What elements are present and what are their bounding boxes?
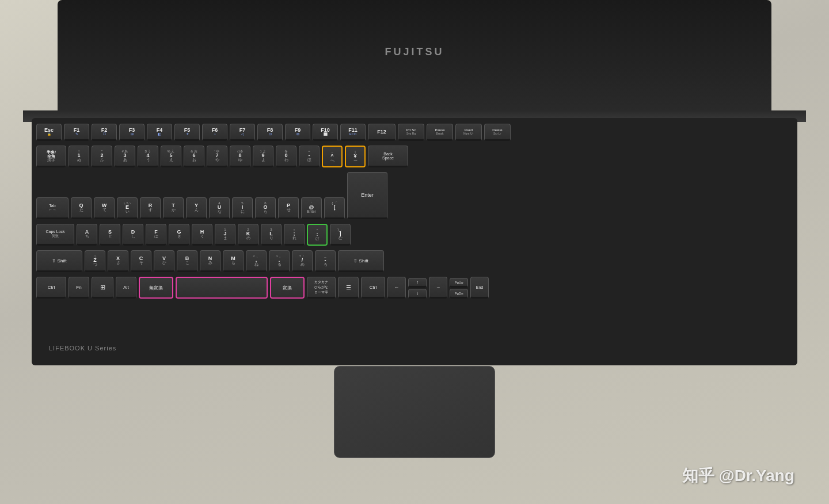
key-6[interactable]: & お 6 お [184, 146, 204, 167]
key-f4[interactable]: F4 ◧ [147, 124, 172, 141]
key-pause[interactable]: Pause Break [427, 124, 453, 141]
key-b[interactable]: B こ [177, 250, 197, 272]
key-ctrl-left[interactable]: Ctrl [36, 277, 66, 299]
key-f[interactable]: F は [146, 224, 166, 246]
key-9[interactable]: ) よ 9 よ [253, 146, 273, 167]
key-c[interactable]: C そ [131, 250, 151, 272]
key-shift-right[interactable]: ⇧ Shift [338, 250, 384, 272]
key-windows[interactable]: ⊞ [92, 277, 113, 299]
key-backspace[interactable]: Back Space [368, 146, 408, 167]
key-hankaku[interactable]: 半角/ 全角 漢字 [36, 146, 66, 167]
key-slash[interactable]: ? ・ / め [292, 250, 313, 272]
watermark: 知乎 @Dr.Yang [682, 465, 794, 487]
key-space[interactable] [176, 277, 268, 299]
key-lbracket[interactable]: { 「 [ ° [324, 197, 345, 219]
key-o[interactable]: 6 O ら [255, 197, 276, 219]
key-left-arrow[interactable]: ← [387, 277, 406, 299]
key-1[interactable]: ! 1 ぬ [69, 146, 89, 167]
key-p[interactable]: P せ [278, 197, 299, 219]
key-d[interactable]: D し [123, 224, 143, 246]
key-5[interactable]: % え 5 え [161, 146, 181, 167]
key-caret[interactable]: ~ ^ へ [322, 146, 343, 167]
key-prtsc[interactable]: Prt Sc Sys Rq [398, 124, 424, 141]
key-muhenkan[interactable]: 無変換 [139, 277, 173, 299]
key-k[interactable]: 2 K の [238, 224, 258, 246]
key-semicolon[interactable]: + ; れ [284, 224, 305, 246]
key-x[interactable]: X さ [108, 250, 128, 272]
key-8[interactable]: ( ゆ 8 ゆ [230, 146, 250, 167]
key-a[interactable]: A ち [77, 224, 97, 246]
key-f6[interactable]: F6 ☼ [202, 124, 227, 141]
key-n[interactable]: N み [200, 250, 220, 272]
key-enter[interactable]: Enter [347, 172, 387, 219]
key-f5[interactable]: F5 ☀ [174, 124, 200, 141]
key-shift-left[interactable]: ⇧ Shift [36, 250, 82, 272]
key-j[interactable]: 1 J ま [215, 224, 235, 246]
key-f1[interactable]: F1 ✎ [64, 124, 89, 141]
key-i[interactable]: 5 I に [232, 197, 253, 219]
key-pgup[interactable]: PgUp [450, 278, 468, 288]
key-delete[interactable]: Delete Scr L↑ [484, 124, 511, 141]
key-colon[interactable]: * : け [307, 224, 328, 246]
key-tab[interactable]: Tab ←→ [36, 197, 69, 219]
key-henkan[interactable]: 変換 [270, 277, 305, 299]
laptop-screen: FUJITSU [58, 0, 771, 115]
key-at[interactable]: ` @ Enter [301, 197, 322, 219]
key-comma[interactable]: < 、 , ね [246, 250, 267, 272]
keyboard-wrapper: Esc 🔒 F1 ✎ F2 ☐ F3 ⊞ [32, 118, 797, 365]
key-f7[interactable]: F7 ◁ [230, 124, 255, 141]
key-up-arrow[interactable]: ↑ [408, 278, 427, 288]
key-7[interactable]: ' や 7 や [207, 146, 227, 167]
key-minus[interactable]: = - ほ [299, 146, 320, 167]
key-rbracket[interactable]: } 」 ] む [330, 224, 351, 246]
key-u[interactable]: 4 U な [209, 197, 230, 219]
key-end[interactable]: End [470, 277, 489, 299]
key-backslash[interactable]: _ - ろ [315, 250, 336, 272]
key-alt-left[interactable]: Alt [116, 277, 136, 299]
key-period[interactable]: > 。 . る [269, 250, 290, 272]
key-pgdn[interactable]: PgDn [450, 289, 468, 299]
key-right-arrow[interactable]: → [429, 277, 447, 299]
key-f9[interactable]: F9 ⊠ [285, 124, 310, 141]
key-f10[interactable]: F10 ⬜ [313, 124, 338, 141]
key-r[interactable]: R す [140, 197, 161, 219]
key-y[interactable]: Y ん [186, 197, 207, 219]
key-ctrl-right[interactable]: Ctrl [361, 277, 385, 299]
key-katakana[interactable]: カタカナひらがなローマ字 [307, 277, 336, 299]
key-esc[interactable]: Esc 🔒 [36, 124, 62, 141]
key-w[interactable]: W て [94, 197, 115, 219]
shift-row: ⇧ Shift っ Z つ X さ C そ [36, 250, 793, 272]
key-down-arrow[interactable]: ↓ [408, 289, 427, 299]
key-m[interactable]: M も [223, 250, 244, 272]
key-f8[interactable]: F8 ⊡ [257, 124, 283, 141]
key-3[interactable]: # あ 3 あ [115, 146, 135, 167]
key-f11[interactable]: F11 ECO [340, 124, 366, 141]
number-row: 半角/ 全角 漢字 ! 1 ぬ " 2 ふ # あ [36, 146, 793, 167]
key-s[interactable]: S と [100, 224, 120, 246]
key-t[interactable]: T か [163, 197, 184, 219]
key-f2[interactable]: F2 ☐ [92, 124, 117, 141]
key-h[interactable]: H く [192, 224, 212, 246]
key-insert[interactable]: Insert Num U↑ [455, 124, 482, 141]
key-q[interactable]: Q た [71, 197, 92, 219]
caps-row: Caps Lock 英数 A ち S と D し [36, 224, 793, 246]
key-capslock[interactable]: Caps Lock 英数 [36, 224, 74, 246]
key-0[interactable]: を 0 わ [276, 146, 296, 167]
key-g[interactable]: G き [169, 224, 189, 246]
laptop: FUJITSU Esc 🔒 F1 ✎ [0, 0, 829, 504]
keyboard-chassis: Esc 🔒 F1 ✎ F2 ☐ F3 ⊞ [32, 118, 797, 365]
key-menu[interactable]: ☰ [338, 277, 359, 299]
key-f12[interactable]: F12 [368, 124, 396, 141]
key-4[interactable]: $ う 4 う [138, 146, 158, 167]
key-l[interactable]: 3 L り [261, 224, 282, 246]
key-yen[interactable]: | ¥ ー [345, 146, 366, 167]
key-f3[interactable]: F3 ⊞ [119, 124, 144, 141]
key-2[interactable]: " 2 ふ [92, 146, 112, 167]
key-e[interactable]: いい E い [117, 197, 138, 219]
key-z[interactable]: っ Z つ [85, 250, 105, 272]
key-v[interactable]: V ひ [154, 250, 174, 272]
function-row: Esc 🔒 F1 ✎ F2 ☐ F3 ⊞ [36, 124, 793, 141]
touchpad[interactable] [334, 366, 495, 458]
key-fn[interactable]: Fn [69, 277, 89, 299]
brand-logo: FUJITSU [385, 46, 444, 58]
